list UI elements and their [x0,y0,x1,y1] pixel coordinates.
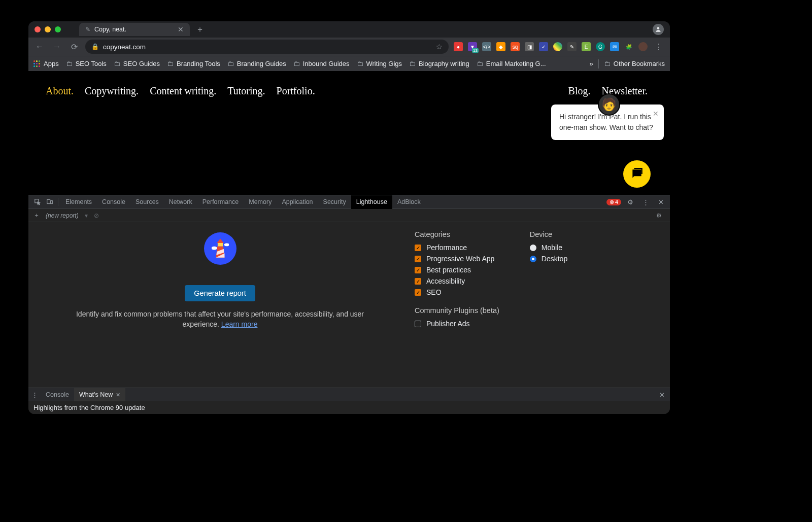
drawer-tab-console[interactable]: Console [41,388,74,401]
profile-avatar-icon[interactable] [638,42,648,51]
extension-icon[interactable]: G [596,42,605,51]
bookmark-folder[interactable]: 🗀SEO Guides [114,60,160,67]
device-radio-desktop[interactable]: Desktop [530,255,567,263]
devtools-tab-security[interactable]: Security [318,195,351,209]
new-tab-button[interactable]: ＋ [196,24,204,35]
window-controls [35,26,61,32]
category-checkbox-performance[interactable]: ✓Performance [415,243,499,252]
bookmark-label: Email Marketing G... [486,60,546,67]
inspect-element-button[interactable] [31,196,44,208]
other-bookmarks-button[interactable]: 🗀Other Bookmarks [604,60,665,67]
nav-link-portfolio[interactable]: Portfolio. [277,85,315,97]
lighthouse-left-panel: Generate report Identify and fix common … [33,230,407,382]
checkbox-label: Progressive Web App [426,255,494,263]
device-toggle-button[interactable] [44,196,56,208]
extension-icon[interactable]: ✎ [567,42,577,51]
generate-report-button[interactable]: Generate report [185,285,255,301]
devtools-tab-network[interactable]: Network [164,195,197,209]
bookmarks-overflow-button[interactable]: » [590,60,593,67]
browser-toolbar: ← → ⟳ 🔒 copyneat.com ☆ ● ▼13 </> ◆ sq ◨ … [28,38,670,56]
forward-button[interactable]: → [51,41,63,53]
close-window-button[interactable] [35,26,41,32]
profile-button[interactable] [653,24,664,35]
lighthouse-desc-text: Identify and fix common problems that af… [76,310,364,328]
bookmark-folder[interactable]: 🗀Branding Guides [227,60,286,67]
chrome-menu-button[interactable]: ⋮ [653,41,665,53]
devtools-tab-console[interactable]: Console [97,195,130,209]
extension-icon[interactable]: ◆ [496,42,505,51]
reload-button[interactable]: ⟳ [68,41,80,53]
bookmark-folder[interactable]: 🗀Branding Tools [167,60,220,67]
apps-button[interactable]: Apps [33,60,59,67]
category-checkbox-seo[interactable]: ✓SEO [415,288,499,296]
bookmark-folder[interactable]: 🗀Inbound Guides [293,60,350,67]
folder-icon: 🗀 [227,60,234,67]
browser-tab[interactable]: ✎ Copy, neat. ✕ [79,23,190,36]
checkbox-label: Accessibility [426,277,465,285]
drawer-tab-whats-new[interactable]: What's New✕ [74,388,125,401]
separator [598,59,599,68]
extension-icon[interactable]: </> [482,42,491,51]
extension-icon[interactable]: ✉ [610,42,619,51]
extension-icon[interactable]: sq [511,42,520,51]
bookmark-folder[interactable]: 🗀SEO Tools [66,60,107,67]
devtools-close-button[interactable]: ✕ [655,196,667,208]
devtools-tab-lighthouse[interactable]: Lighthouse [351,195,392,209]
lighthouse-settings-button[interactable]: ⚙ [653,210,665,222]
category-checkbox-best-practices[interactable]: ✓Best practices [415,266,499,274]
drawer-menu-button[interactable]: ⋮ [28,389,41,401]
maximize-window-button[interactable] [55,26,61,32]
bookmark-folder[interactable]: 🗀Writing Gigs [357,60,402,67]
extension-icon[interactable]: ● [454,42,463,51]
devtools-tab-memory[interactable]: Memory [244,195,277,209]
device-radio-mobile[interactable]: Mobile [530,243,567,252]
extension-icon[interactable]: E [582,42,591,51]
extensions-menu-icon[interactable]: 🧩 [624,42,633,51]
checkbox-label: Publisher Ads [426,320,470,328]
nav-link-content-writing[interactable]: Content writing. [150,85,216,97]
devtools-tab-application[interactable]: Application [277,195,318,209]
minimize-window-button[interactable] [45,26,51,32]
drawer-tab-close-icon[interactable]: ✕ [116,392,120,398]
devtools-tab-sources[interactable]: Sources [130,195,164,209]
nav-link-tutoring[interactable]: Tutoring. [227,85,265,97]
folder-icon: 🗀 [293,60,300,67]
lighthouse-icon [212,237,229,260]
radio-icon [530,245,536,251]
devtools-menu-button[interactable]: ⋮ [639,196,652,208]
learn-more-link[interactable]: Learn more [221,320,258,328]
drawer-close-button[interactable]: ✕ [654,391,670,399]
bookmark-label: Branding Tools [177,60,220,67]
nav-link-blog[interactable]: Blog. [568,85,591,97]
devtools-tab-elements[interactable]: Elements [60,195,97,209]
error-count-badge[interactable]: ⊗4 [606,199,621,205]
chat-launcher-button[interactable] [623,160,651,188]
nav-link-about[interactable]: About. [46,85,74,97]
extension-icon[interactable]: ▼13 [468,42,477,51]
bookmark-folder[interactable]: 🗀Biography writing [409,60,469,67]
folder-icon: 🗀 [167,60,174,67]
plugin-checkbox-publisher-ads[interactable]: Publisher Ads [415,320,499,328]
extension-icon[interactable]: ◨ [525,42,534,51]
clear-button[interactable]: ⊘ [94,212,99,219]
lighthouse-logo [204,232,236,265]
devtools-tab-performance[interactable]: Performance [197,195,244,209]
bookmark-label: Branding Guides [237,60,286,67]
nav-link-copywriting[interactable]: Copywriting. [85,85,139,97]
category-checkbox-pwa[interactable]: ✓Progressive Web App [415,255,499,263]
bookmark-star-icon[interactable]: ☆ [436,43,443,51]
extension-icon[interactable] [553,42,562,51]
devtools-panel: Elements Console Sources Network Perform… [28,195,670,414]
category-checkbox-accessibility[interactable]: ✓Accessibility [415,277,499,285]
tab-close-button[interactable]: ✕ [178,25,184,33]
devtools-tab-adblock[interactable]: AdBlock [392,195,426,209]
devtools-settings-button[interactable]: ⚙ [624,196,636,208]
back-button[interactable]: ← [33,41,46,53]
report-dropdown[interactable]: (new report) [46,212,79,219]
add-report-button[interactable]: ＋ [33,211,40,220]
extension-icon[interactable]: ✓ [539,42,548,51]
address-bar[interactable]: 🔒 copyneat.com ☆ [85,40,449,54]
bookmark-folder[interactable]: 🗀Email Marketing G... [477,60,546,67]
chat-close-button[interactable]: ✕ [653,109,659,119]
drawer-tabs: ⋮ Console What's New✕ ✕ [28,388,670,401]
